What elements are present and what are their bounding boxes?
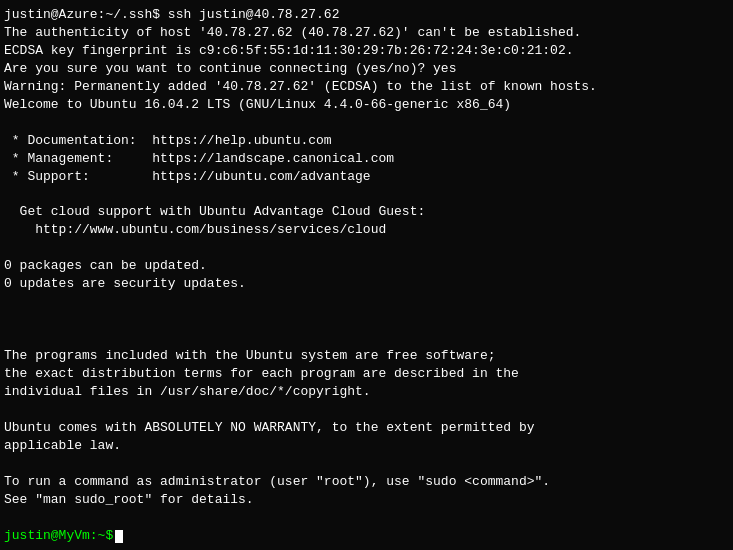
blank-line xyxy=(4,114,729,132)
terminal-output-line: Welcome to Ubuntu 16.04.2 LTS (GNU/Linux… xyxy=(4,96,729,114)
cursor xyxy=(115,530,123,543)
terminal-output-line: Are you sure you want to continue connec… xyxy=(4,60,729,78)
blank-line xyxy=(4,455,729,473)
terminal-output-line: individual files in /usr/share/doc/*/cop… xyxy=(4,383,729,401)
terminal-output-line: 0 packages can be updated. xyxy=(4,257,729,275)
terminal-output-line: The authenticity of host '40.78.27.62 (4… xyxy=(4,24,729,42)
terminal-output-line: To run a command as administrator (user … xyxy=(4,473,729,491)
command-text: ssh justin@40.78.27.62 xyxy=(160,7,339,22)
blank-line xyxy=(4,509,729,527)
blank-line xyxy=(4,293,729,311)
prompt-line[interactable]: justin@Azure:~/.ssh$ ssh justin@40.78.27… xyxy=(4,6,729,24)
terminal-output-line: Warning: Permanently added '40.78.27.62'… xyxy=(4,78,729,96)
terminal-output-line: 0 updates are security updates. xyxy=(4,275,729,293)
terminal-output-line: the exact distribution terms for each pr… xyxy=(4,365,729,383)
terminal-output-line: * Management: https://landscape.canonica… xyxy=(4,150,729,168)
prompt-line-final[interactable]: justin@MyVm:~$ xyxy=(4,527,729,545)
blank-line xyxy=(4,329,729,347)
terminal-output-line: See "man sudo_root" for details. xyxy=(4,491,729,509)
terminal-output-line: applicable law. xyxy=(4,437,729,455)
blank-line xyxy=(4,401,729,419)
terminal-window: justin@Azure:~/.ssh$ ssh justin@40.78.27… xyxy=(0,0,733,550)
blank-line xyxy=(4,239,729,257)
terminal-output-line: * Documentation: https://help.ubuntu.com xyxy=(4,132,729,150)
prompt-user: justin@Azure:~/.ssh$ xyxy=(4,7,160,22)
terminal-output-line: http://www.ubuntu.com/business/services/… xyxy=(4,221,729,239)
terminal-output-line: * Support: https://ubuntu.com/advantage xyxy=(4,168,729,186)
blank-line xyxy=(4,311,729,329)
blank-line xyxy=(4,185,729,203)
terminal-output-line: Get cloud support with Ubuntu Advantage … xyxy=(4,203,729,221)
prompt-user-final: justin@MyVm:~$ xyxy=(4,528,113,543)
terminal-output-line: ECDSA key fingerprint is c9:c6:5f:55:1d:… xyxy=(4,42,729,60)
terminal-output-line: Ubuntu comes with ABSOLUTELY NO WARRANTY… xyxy=(4,419,729,437)
terminal-output-line: The programs included with the Ubuntu sy… xyxy=(4,347,729,365)
